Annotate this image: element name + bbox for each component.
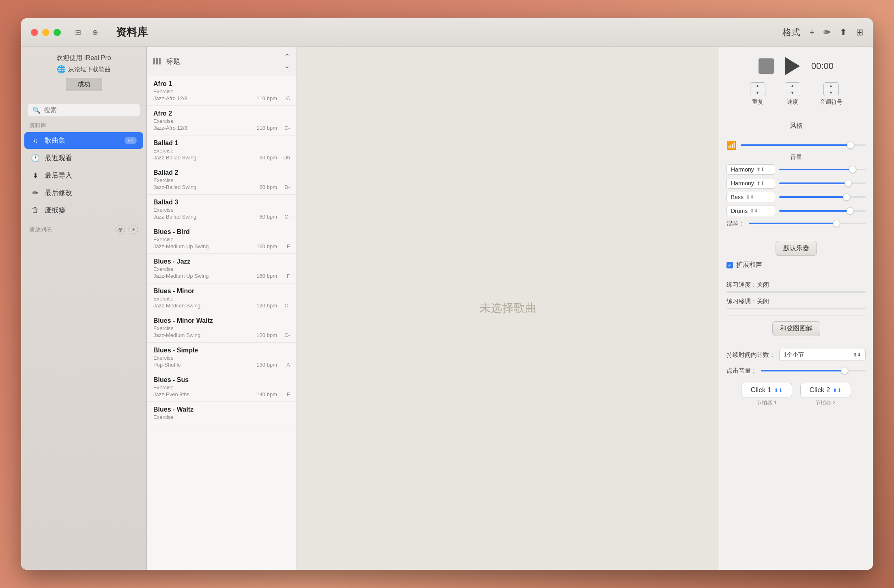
instr-thumb-1[interactable] xyxy=(845,180,852,187)
song-item-4[interactable]: Ballad 3 Exercise Jazz-Ballad Swing 60 b… xyxy=(147,195,297,224)
click2-button[interactable]: Click 2 ⬆⬇ xyxy=(800,383,851,397)
sidebar-item-edit[interactable]: ✏ 最后修改 xyxy=(24,185,143,201)
song-item-6[interactable]: Blues - Jazz Exercise Jazz-Medium Up Swi… xyxy=(147,254,297,283)
repeat-control: ▲ ▼ 重复 xyxy=(750,82,765,106)
key-up[interactable]: ▲ xyxy=(824,83,838,89)
volume-row: 📶 xyxy=(726,140,866,150)
key-down[interactable]: ▼ xyxy=(824,89,838,96)
click-vol-thumb[interactable] xyxy=(841,367,848,374)
playlist-actions: ⊕ + xyxy=(116,225,138,234)
song-bpm-3: 60 bpm xyxy=(260,184,277,190)
count-row: 持续时间内计数： 1个小节 ⬆⬇ xyxy=(726,349,866,361)
song-bpm-6: 160 bpm xyxy=(256,273,277,279)
speed-down[interactable]: ▼ xyxy=(785,89,800,96)
sheet-empty-text: 未选择歌曲 xyxy=(479,300,536,316)
song-meta-0: Jazz-Afro 12/8 110 bpm C xyxy=(153,95,290,101)
song-item-3[interactable]: Ballad 2 Exercise Jazz-Ballad Swing 60 b… xyxy=(147,165,297,195)
song-item-7[interactable]: Blues - Minor Exercise Jazz-Medium Swing… xyxy=(147,283,297,313)
main-volume-slider[interactable] xyxy=(741,141,866,149)
song-title-11: Blues - Waltz xyxy=(153,406,290,413)
trash-icon: 🗑 xyxy=(31,206,40,215)
song-list-header: 标题 ⌃⌄ xyxy=(147,47,297,76)
globe-icon[interactable]: ⊕ xyxy=(90,28,100,37)
instr-track-1 xyxy=(779,182,866,184)
song-item-8[interactable]: Blues - Minor Waltz Exercise Jazz-Medium… xyxy=(147,313,297,343)
fullscreen-button[interactable] xyxy=(54,29,61,36)
share-button[interactable]: ⬆ xyxy=(840,27,847,38)
default-instrument-button[interactable]: 默认乐器 xyxy=(776,241,817,256)
song-item-1[interactable]: Afro 2 Exercise Jazz-Afro 12/8 110 bpm C… xyxy=(147,106,297,135)
play-button[interactable] xyxy=(785,57,800,75)
practice-speed-row: 练习速度：关闭 xyxy=(726,281,866,293)
titlebar-view-icons: ⊟ ⊕ xyxy=(73,28,100,37)
practice-key-slider[interactable] xyxy=(726,308,866,309)
speed-stepper[interactable]: ▲ ▼ xyxy=(785,82,800,96)
practice-speed-slider[interactable] xyxy=(726,291,866,293)
instrument-select-2[interactable]: Bass ⬆⬇ xyxy=(726,192,775,202)
repeat-up[interactable]: ▲ xyxy=(750,83,765,89)
edit-button[interactable]: ✏ xyxy=(823,27,831,38)
instrument-slider-1[interactable] xyxy=(779,179,866,187)
download-link[interactable]: 🌐 从论坛下载歌曲 xyxy=(29,65,138,74)
song-item-10[interactable]: Blues - Sus Exercise Jazz-Even 8ths 140 … xyxy=(147,372,297,402)
add-button[interactable]: + xyxy=(809,27,814,38)
sidebar-item-trash-label: 废纸篓 xyxy=(45,206,137,215)
instrument-slider-0[interactable] xyxy=(779,165,866,174)
expand-harmony-checkbox[interactable]: ✓ xyxy=(726,262,733,268)
volume-fill xyxy=(741,144,851,146)
song-item-2[interactable]: Ballad 1 Exercise Jazz-Ballad Swing 60 b… xyxy=(147,135,297,165)
format-button[interactable]: 格式 xyxy=(782,26,800,39)
sidebar-item-recent[interactable]: 🕐 最近观看 xyxy=(24,150,143,166)
window-title: 资料库 xyxy=(116,25,782,39)
stop-button[interactable] xyxy=(759,58,774,74)
transport-controls: 00:00 xyxy=(726,53,866,80)
playlist-new-btn[interactable]: + xyxy=(129,225,138,234)
song-style-3: Jazz-Ballad Swing xyxy=(153,184,256,190)
instrument-slider-2[interactable] xyxy=(779,193,866,201)
song-subtitle-5: Exercise xyxy=(153,236,290,242)
sidebar-item-songs[interactable]: ♫ 歌曲集 50 xyxy=(24,132,143,149)
sidebar-item-trash[interactable]: 🗑 废纸篓 xyxy=(24,202,143,219)
mix-slider[interactable] xyxy=(749,219,866,227)
song-item-0[interactable]: Afro 1 Exercise Jazz-Afro 12/8 110 bpm C xyxy=(147,76,297,106)
success-button[interactable]: 成功 xyxy=(66,78,102,91)
pencil-icon: ✏ xyxy=(31,189,40,197)
instrument-slider-3[interactable] xyxy=(779,207,866,215)
volume-thumb[interactable] xyxy=(847,142,854,149)
repeat-stepper[interactable]: ▲ ▼ xyxy=(750,82,765,96)
sidebar-item-import[interactable]: ⬇ 最后导入 xyxy=(24,167,143,184)
sidebar-toggle-icon[interactable]: ⊟ xyxy=(73,28,83,37)
close-button[interactable] xyxy=(31,29,38,36)
instrument-select-1[interactable]: Harmony ⬆⬇ xyxy=(726,178,775,189)
instrument-select-3[interactable]: Drums ⬆⬇ xyxy=(726,206,775,216)
columns-toggle[interactable] xyxy=(153,58,161,64)
duration-arrow: ⬆⬇ xyxy=(853,352,861,358)
song-item-5[interactable]: Blues - Bird Exercise Jazz-Medium Up Swi… xyxy=(147,224,297,254)
divider-2 xyxy=(726,137,866,137)
song-subtitle-6: Exercise xyxy=(153,266,290,272)
sort-toggle-icon[interactable]: ⌃⌄ xyxy=(284,52,290,70)
layout-button[interactable]: ⊞ xyxy=(856,27,863,38)
welcome-title: 欢迎使用 iReal Pro xyxy=(29,54,138,62)
instr-thumb-2[interactable] xyxy=(843,193,850,201)
playlist-add-btn[interactable]: ⊕ xyxy=(116,225,125,234)
minimize-button[interactable] xyxy=(42,29,49,36)
song-bpm-0: 110 bpm xyxy=(256,95,277,101)
mix-thumb[interactable] xyxy=(833,220,840,227)
song-meta-3: Jazz-Ballad Swing 60 bpm D- xyxy=(153,184,290,190)
song-item-11[interactable]: Blues - Waltz Exercise xyxy=(147,402,297,425)
instr-thumb-3[interactable] xyxy=(847,207,854,215)
click1-group: Click 1 ⬆⬇ 节拍器 1 xyxy=(741,383,792,406)
instrument-select-0[interactable]: Harmony ⬆⬇ xyxy=(726,164,775,175)
duration-select[interactable]: 1个小节 ⬆⬇ xyxy=(779,349,866,361)
repeat-down[interactable]: ▼ xyxy=(750,89,765,96)
speed-up[interactable]: ▲ xyxy=(785,83,800,89)
chord-chart-button[interactable]: 和弦图图解 xyxy=(772,321,820,336)
expand-harmony-row: ✓ 扩展和声 xyxy=(726,258,866,272)
key-stepper[interactable]: ▲ ▼ xyxy=(823,82,839,96)
search-input[interactable] xyxy=(44,107,135,114)
instr-thumb-0[interactable] xyxy=(849,166,856,173)
click1-button[interactable]: Click 1 ⬆⬇ xyxy=(741,383,792,397)
click-volume-slider[interactable] xyxy=(761,367,866,375)
song-item-9[interactable]: Blues - Simple Exercise Pop-Shuffle 130 … xyxy=(147,343,297,372)
